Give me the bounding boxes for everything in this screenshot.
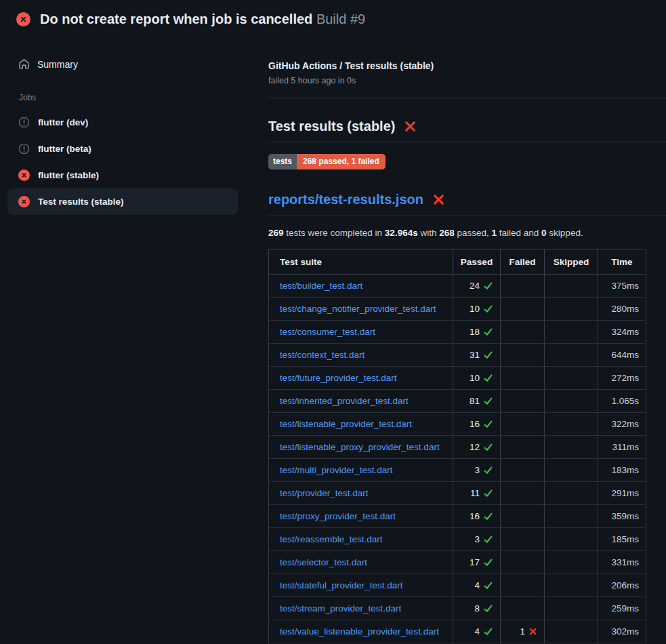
passed-count: 12 <box>470 442 480 452</box>
check-icon <box>483 281 493 291</box>
col-header-failed: Failed <box>501 249 545 275</box>
test-suite-link[interactable]: test/value_listenable_provider_test.dart <box>280 626 439 637</box>
report-file-heading: reports/test-results.json <box>268 192 666 216</box>
test-suite-row: test/reassemble_test.dart 3 185ms <box>269 528 646 551</box>
tests-badge-value: 268 passed, 1 failed <box>297 154 386 169</box>
check-icon <box>483 557 493 567</box>
test-suite-row: test/listenable_proxy_provider_test.dart… <box>269 436 646 459</box>
test-suite-row: test/listenable_provider_test.dart 16 32… <box>269 413 646 436</box>
run-header: Do not create report when job is cancell… <box>0 0 666 36</box>
check-icon <box>483 304 493 314</box>
sidebar-job-label: flutter (stable) <box>38 170 99 180</box>
test-suite-link[interactable]: test/listenable_proxy_provider_test.dart <box>280 442 440 452</box>
tests-badge-label: tests <box>268 154 297 169</box>
test-suite-row: test/future_provider_test.dart 10 272ms <box>269 367 646 390</box>
test-suite-link[interactable]: test/stream_provider_test.dart <box>280 603 401 613</box>
test-suite-link[interactable]: test/selector_test.dart <box>280 557 367 567</box>
test-suite-link[interactable]: test/future_provider_test.dart <box>280 373 397 383</box>
suite-time: 1.065s <box>598 390 646 413</box>
sidebar-item-summary[interactable]: Summary <box>7 54 238 75</box>
test-suite-row: test/provider_test.dart 11 291ms <box>269 482 646 505</box>
test-suite-link[interactable]: test/inherited_provider_test.dart <box>280 396 409 406</box>
suite-time: 259ms <box>598 597 646 620</box>
suite-time: 272ms <box>598 367 646 390</box>
passed-count: 3 <box>474 534 480 544</box>
test-suite-link[interactable]: test/consumer_test.dart <box>280 327 375 337</box>
page-layout: Summary Jobs flutter (dev) flutter (beta… <box>0 36 666 643</box>
check-icon <box>483 442 493 452</box>
test-suite-row: test/stateful_provider_test.dart 4 206ms <box>269 574 646 597</box>
failed-x-icon <box>404 120 417 133</box>
test-suite-row: test/consumer_test.dart 18 324ms <box>269 321 646 344</box>
col-header-skipped: Skipped <box>545 249 598 275</box>
test-suite-link[interactable]: test/change_notifier_provider_test.dart <box>280 304 436 314</box>
sidebar-job-item[interactable]: flutter (beta) <box>7 136 238 162</box>
col-header-time: Time <box>598 249 646 275</box>
passed-count: 8 <box>474 603 480 613</box>
test-suite-row: test/builder_test.dart 24 375ms <box>269 275 646 298</box>
test-suite-link[interactable]: test/multi_provider_test.dart <box>280 465 393 475</box>
passed-count: 31 <box>470 350 480 360</box>
section-title: Test results (stable) <box>268 119 666 142</box>
suite-time: 324ms <box>598 321 646 344</box>
col-header-passed: Passed <box>453 249 501 275</box>
passed-count: 3 <box>474 465 480 475</box>
suite-time: 185ms <box>598 528 646 551</box>
sidebar-job-item[interactable]: flutter (dev) <box>7 109 238 136</box>
check-icon <box>483 534 493 544</box>
table-header-row: Test suite Passed Failed Skipped Time <box>269 249 646 275</box>
check-icon <box>483 350 493 360</box>
failed-x-icon <box>432 193 445 206</box>
report-file-link[interactable]: reports/test-results.json <box>268 192 423 207</box>
table-body: test/builder_test.dart 24 375ms test/cha… <box>269 275 646 643</box>
test-suite-row: test/inherited_provider_test.dart 81 1.0… <box>269 390 646 413</box>
breadcrumb: GitHub Actions / Test results (stable) <box>268 60 666 71</box>
tests-summary: 269 tests were completed in 32.964s with… <box>268 228 666 238</box>
failed-icon <box>18 196 30 207</box>
run-title-block: Do not create report when job is cancell… <box>40 12 365 27</box>
check-icon <box>483 511 493 521</box>
cross-icon <box>528 627 537 636</box>
test-suite-link[interactable]: test/reassemble_test.dart <box>280 534 383 544</box>
check-icon <box>483 396 493 406</box>
home-icon <box>18 58 30 70</box>
test-suite-link[interactable]: test/context_test.dart <box>280 350 365 360</box>
test-suite-link[interactable]: test/provider_test.dart <box>280 488 369 498</box>
passed-count: 11 <box>470 488 480 498</box>
suite-time: 331ms <box>598 551 646 574</box>
suite-time: 302ms <box>598 620 646 643</box>
passed-count: 4 <box>474 626 480 637</box>
section-title-text: Test results (stable) <box>268 119 395 134</box>
check-icon <box>483 465 493 475</box>
test-suite-link[interactable]: test/proxy_provider_test.dart <box>280 511 396 521</box>
sidebar-job-item[interactable]: Test results (stable) <box>7 188 238 215</box>
sidebar-job-label: flutter (dev) <box>38 117 88 127</box>
check-icon <box>483 626 493 637</box>
tests-badge: tests 268 passed, 1 failed <box>268 154 386 169</box>
sidebar-job-item[interactable]: flutter (stable) <box>7 162 238 188</box>
failed-count: 1 <box>520 626 525 637</box>
passed-count: 81 <box>470 396 480 406</box>
failed-icon <box>18 169 30 181</box>
cancelled-icon <box>18 117 30 128</box>
check-icon <box>483 580 493 590</box>
test-suite-row: test/selector_test.dart 17 331ms <box>269 551 646 574</box>
test-suite-row: test/context_test.dart 31 644ms <box>269 344 646 367</box>
build-number: Build #9 <box>316 12 365 26</box>
test-suite-row: test/multi_provider_test.dart 3 183ms <box>269 459 646 482</box>
sidebar: Summary Jobs flutter (dev) flutter (beta… <box>0 36 238 215</box>
test-suite-row: test/proxy_provider_test.dart 16 359ms <box>269 505 646 528</box>
suite-time: 375ms <box>598 275 646 298</box>
test-suite-link[interactable]: test/builder_test.dart <box>280 281 362 291</box>
passed-count: 18 <box>470 327 480 337</box>
passed-count: 10 <box>470 304 480 314</box>
test-suite-link[interactable]: test/listenable_provider_test.dart <box>280 419 412 429</box>
passed-count: 10 <box>470 373 480 383</box>
test-suite-link[interactable]: test/stateful_provider_test.dart <box>280 580 403 590</box>
github-actions-run-page: Do not create report when job is cancell… <box>0 0 666 643</box>
jobs-section-label: Jobs <box>19 93 238 102</box>
jobs-list: flutter (dev) flutter (beta) flutter (st… <box>7 109 238 215</box>
check-icon <box>483 488 493 498</box>
passed-count: 16 <box>470 511 480 521</box>
suite-time: 311ms <box>598 436 646 459</box>
